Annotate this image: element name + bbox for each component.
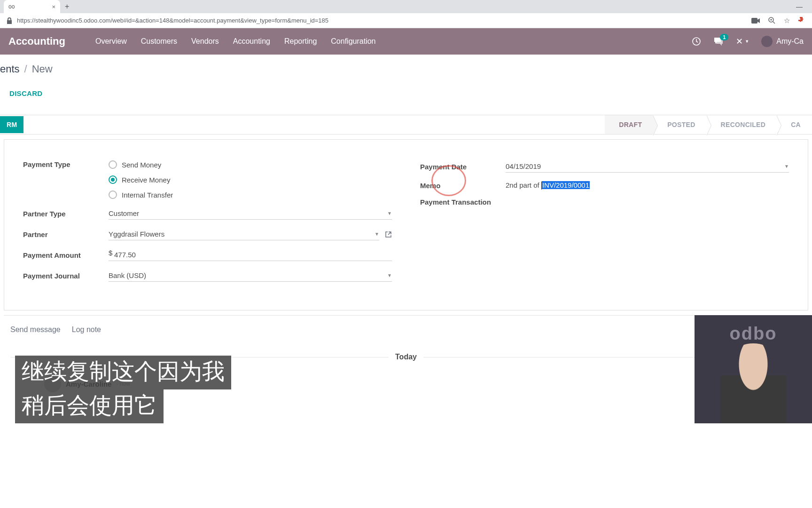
date-separator: Today — [389, 353, 423, 361]
app-header: Accounting Overview Customers Vendors Ac… — [0, 28, 812, 55]
nav-accounting[interactable]: Accounting — [233, 37, 270, 46]
chevron-down-icon: ▼ — [784, 164, 789, 169]
messages-icon[interactable]: 1 — [713, 37, 724, 46]
radio-icon — [109, 190, 117, 199]
nav-customers[interactable]: Customers — [141, 37, 177, 46]
nav-vendors[interactable]: Vendors — [191, 37, 219, 46]
browser-tab[interactable]: oo × — [4, 0, 60, 13]
partner-label: Partner — [23, 230, 109, 238]
confirm-button[interactable]: RM — [0, 116, 23, 133]
subtitle-overlay: 继续复制这个因为我 稍后会使用它 — [15, 356, 231, 423]
avatar — [761, 36, 773, 47]
svg-line-2 — [773, 22, 775, 24]
form-sheet: Payment Type Send Money Receive Money In… — [4, 139, 808, 310]
message-badge: 1 — [720, 34, 728, 40]
tab-title: oo — [8, 3, 15, 10]
breadcrumb-current: New — [32, 63, 53, 75]
status-reconciled[interactable]: RECONCILED — [707, 115, 777, 134]
nav-configuration[interactable]: Configuration — [331, 37, 375, 46]
status-draft[interactable]: DRAFT — [605, 115, 653, 134]
url-text[interactable]: https://stealthywoodinc5.odoo.com/web#id… — [17, 17, 747, 24]
breadcrumb: ents / New — [0, 63, 812, 75]
main-nav: Overview Customers Vendors Accounting Re… — [95, 37, 375, 46]
radio-receive-money[interactable]: Receive Money — [109, 175, 392, 184]
date-input[interactable]: 04/15/2019 ▼ — [506, 160, 789, 173]
radio-icon — [109, 175, 117, 184]
radio-label: Send Money — [122, 161, 161, 169]
app-title[interactable]: Accounting — [8, 35, 65, 48]
new-tab-button[interactable]: + — [60, 2, 74, 11]
user-name: Amy-Ca — [776, 37, 804, 46]
breadcrumb-back[interactable]: ents — [0, 63, 20, 75]
nav-overview[interactable]: Overview — [95, 37, 127, 46]
status-bar: RM DRAFT POSTED RECONCILED CA — [0, 115, 812, 135]
amount-input[interactable] — [109, 249, 392, 261]
lock-icon — [7, 17, 12, 24]
zoom-icon[interactable] — [768, 17, 775, 24]
svg-rect-0 — [751, 18, 757, 24]
select-value: Bank (USD) — [109, 271, 146, 279]
memo-label: Memo — [420, 182, 506, 190]
partner-type-select[interactable]: Customer ▼ — [109, 207, 392, 220]
status-posted[interactable]: POSTED — [653, 115, 706, 134]
payment-type-label: Payment Type — [23, 160, 109, 168]
partner-select[interactable]: Yggdrasil Flowers ▼ — [109, 228, 379, 240]
send-message-button[interactable]: Send message — [10, 325, 61, 334]
close-tab-icon[interactable]: × — [52, 3, 55, 10]
status-steps: DRAFT POSTED RECONCILED CA — [605, 115, 812, 134]
memo-input[interactable]: 2nd part of INV/2019/0001 — [506, 181, 789, 190]
journal-label: Payment Journal — [23, 272, 109, 280]
nav-reporting[interactable]: Reporting — [284, 37, 317, 46]
star-icon[interactable]: ☆ — [784, 16, 790, 25]
status-cancelled[interactable]: CA — [777, 115, 812, 134]
amount-label: Payment Amount — [23, 251, 109, 259]
date-label: Payment Date — [420, 163, 506, 171]
date-value: 04/15/2019 — [506, 162, 541, 170]
external-link-icon[interactable] — [385, 231, 392, 238]
breadcrumb-sep: / — [24, 63, 27, 75]
window-controls: — — [796, 3, 808, 10]
select-value: Yggdrasil Flowers — [109, 230, 164, 238]
memo-text: 2nd part of — [506, 181, 541, 189]
select-value: Customer — [109, 209, 139, 217]
webcam-person — [720, 343, 786, 423]
url-bar: https://stealthywoodinc5.odoo.com/web#id… — [0, 13, 812, 28]
close-menu-icon[interactable]: ✕▼ — [736, 36, 749, 47]
currency-symbol: $ — [109, 249, 112, 257]
browser-tab-strip: oo × + — — [0, 0, 812, 13]
memo-selection: INV/2019/0001 — [542, 181, 590, 189]
webcam-overlay: odbo — [695, 315, 812, 423]
radio-send-money[interactable]: Send Money — [109, 160, 392, 169]
user-menu[interactable]: Amy-Ca — [761, 36, 804, 47]
radio-icon — [109, 160, 117, 169]
chevron-down-icon: ▼ — [387, 273, 392, 278]
txn-label: Payment Transaction — [420, 198, 506, 206]
log-note-button[interactable]: Log note — [72, 325, 101, 334]
webcam-logo: odbo — [730, 324, 777, 344]
puzzle-icon[interactable] — [798, 17, 805, 24]
minimize-icon[interactable]: — — [796, 3, 803, 10]
clock-icon[interactable] — [692, 37, 701, 46]
subtitle-line-2: 稍后会使用它 — [15, 389, 164, 423]
discard-button[interactable]: DISCARD — [0, 89, 52, 97]
camera-icon[interactable] — [751, 17, 760, 24]
chevron-down-icon: ▼ — [387, 211, 392, 216]
chevron-down-icon: ▼ — [375, 231, 379, 237]
radio-label: Internal Transfer — [122, 191, 173, 199]
subtitle-line-1: 继续复制这个因为我 — [15, 356, 231, 389]
partner-type-label: Partner Type — [23, 210, 109, 218]
journal-select[interactable]: Bank (USD) ▼ — [109, 270, 392, 282]
radio-label: Receive Money — [122, 176, 170, 184]
radio-internal-transfer[interactable]: Internal Transfer — [109, 190, 392, 199]
